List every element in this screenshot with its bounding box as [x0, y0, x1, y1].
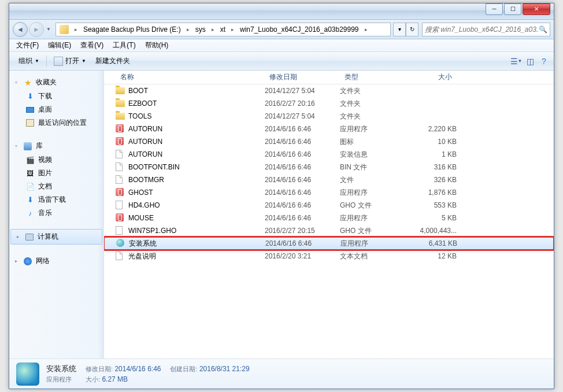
column-date[interactable]: 修改日期	[265, 72, 340, 82]
drive-icon	[60, 25, 69, 34]
file-row[interactable]: 安装系统2014/6/16 6:46应用程序6,431 KB	[104, 237, 554, 250]
file-row[interactable]: BOOTFONT.BIN2014/6/16 6:46BIN 文件316 KB	[104, 161, 554, 173]
history-dropdown-icon[interactable]: ▼	[46, 27, 51, 32]
maximize-button[interactable]: ☐	[504, 3, 521, 15]
menu-help[interactable]: 帮助(H)	[140, 39, 173, 51]
file-date: 2016/2/27 20:16	[265, 99, 340, 108]
details-text: 安装系统 修改日期: 2014/6/16 6:46 创建日期: 2016/8/3…	[46, 364, 259, 384]
file-type: 文件	[340, 175, 405, 185]
nav-arrows: ◄ ► ▼	[13, 22, 51, 37]
file-row[interactable]: BOOT2014/12/27 5:04文件夹	[104, 84, 554, 97]
sidebar-item-recent[interactable]: 最近访问的位置	[9, 116, 103, 130]
chevron-right-icon[interactable]: ▸	[183, 27, 193, 32]
sidebar-item-downloads[interactable]: ⬇下载	[9, 90, 103, 103]
breadcrumb-segment[interactable]: Seagate Backup Plus Drive (E:)	[81, 25, 183, 34]
details-pane: 安装系统 修改日期: 2014/6/16 6:46 创建日期: 2016/8/3…	[9, 358, 554, 389]
breadcrumb-segment[interactable]: win7_Luobo_x64CJ_2016_a03b29999	[238, 25, 361, 34]
document-icon: 📄	[25, 182, 35, 191]
file-name: BOOTMGR	[128, 176, 265, 184]
collapse-icon: ▿	[15, 143, 20, 149]
sidebar-item-documents[interactable]: 📄文档	[9, 180, 103, 193]
collapse-icon: ▿	[15, 80, 20, 85]
search-icon[interactable]: 🔍	[539, 25, 547, 34]
forward-button[interactable]: ►	[29, 22, 44, 37]
help-button[interactable]: ?	[539, 56, 549, 66]
file-type: 应用程序	[340, 188, 405, 198]
address-dropdown-button[interactable]: ▾	[393, 23, 406, 36]
menu-view[interactable]: 查看(V)	[76, 39, 108, 51]
column-name[interactable]: 名称	[116, 72, 265, 82]
search-input[interactable]	[425, 25, 539, 34]
file-row[interactable]: EZBOOT2016/2/27 20:16文件夹	[104, 97, 554, 110]
view-options-button[interactable]: ☰ ▼	[511, 56, 521, 66]
open-button[interactable]: 打开 ▼	[49, 54, 91, 68]
chevron-right-icon[interactable]: ▸	[228, 27, 238, 32]
refresh-button[interactable]: ↻	[406, 23, 418, 36]
file-row[interactable]: MOUSE2014/6/16 6:46应用程序5 KB	[104, 212, 554, 224]
column-type[interactable]: 类型	[340, 72, 405, 82]
file-type: 应用程序	[340, 213, 405, 223]
open-icon	[54, 57, 63, 66]
computer-icon	[25, 232, 34, 242]
file-name: BOOTFONT.BIN	[128, 163, 265, 171]
download-icon: ⬇	[25, 92, 35, 101]
sidebar-item-desktop[interactable]: 桌面	[9, 103, 103, 116]
menu-edit[interactable]: 编辑(E)	[43, 39, 76, 51]
file-type: GHO 文件	[340, 226, 405, 236]
sidebar-favorites[interactable]: ▿★收藏夹	[9, 75, 103, 90]
star-icon: ★	[23, 78, 32, 87]
back-button[interactable]: ◄	[13, 22, 28, 37]
sidebar-item-xunlei[interactable]: ⬇迅雷下载	[9, 193, 103, 206]
new-folder-button[interactable]: 新建文件夹	[91, 54, 135, 68]
file-size: 10 KB	[405, 138, 457, 146]
file-list[interactable]: BOOT2014/12/27 5:04文件夹EZBOOT2016/2/27 20…	[104, 84, 554, 358]
breadcrumb-segment[interactable]: sys	[193, 25, 208, 34]
file-row[interactable]: AUTORUN2014/6/16 6:46安装信息1 KB	[104, 148, 554, 161]
sidebar-computer[interactable]: ▸计算机	[10, 229, 102, 245]
file-row[interactable]: TOOLS2014/12/27 5:04文件夹	[104, 110, 554, 123]
details-filetype: 应用程序	[46, 375, 76, 384]
file-icon	[116, 99, 126, 108]
breadcrumb-segment[interactable]: xt	[218, 25, 228, 34]
minimize-button[interactable]: ─	[486, 3, 503, 15]
file-type: 文件夹	[340, 86, 405, 96]
file-row[interactable]: 光盘说明2016/2/20 3:21文本文档12 KB	[104, 250, 554, 262]
sidebar-item-videos[interactable]: 🎬视频	[9, 153, 103, 167]
file-row[interactable]: AUTORUN2014/6/16 6:46图标10 KB	[104, 135, 554, 148]
file-icon	[116, 86, 126, 95]
file-type: GHO 文件	[340, 201, 405, 210]
sidebar-network[interactable]: ▸网络	[9, 254, 103, 268]
file-row[interactable]: BOOTMGR2014/6/16 6:46文件326 KB	[104, 173, 554, 186]
window-controls: ─ ☐ ✕	[486, 3, 554, 15]
menu-file[interactable]: 文件(F)	[12, 39, 43, 51]
column-headers: 名称 修改日期 类型 大小	[104, 71, 554, 84]
file-name: TOOLS	[128, 112, 265, 120]
file-name: AUTORUN	[128, 138, 265, 146]
file-date: 2014/12/27 5:04	[265, 112, 340, 120]
file-icon	[116, 162, 126, 172]
file-row[interactable]: HD4.GHO2014/6/16 6:46GHO 文件553 KB	[104, 199, 554, 212]
file-date: 2014/6/16 6:46	[265, 125, 340, 133]
column-size[interactable]: 大小	[405, 72, 457, 82]
file-icon	[116, 175, 126, 184]
organize-button[interactable]: 组织 ▼	[14, 54, 44, 68]
file-row[interactable]: GHOST2014/6/16 6:46应用程序1,876 KB	[104, 186, 554, 199]
sidebar-libraries[interactable]: ▿库	[9, 139, 103, 153]
chevron-right-icon[interactable]: ▸	[361, 27, 371, 32]
close-button[interactable]: ✕	[523, 3, 550, 15]
file-size: 1,876 KB	[405, 188, 457, 197]
menu-tools[interactable]: 工具(T)	[108, 39, 140, 51]
file-row[interactable]: WIN7SP1.GHO2016/2/27 20:15GHO 文件4,000,44…	[104, 224, 554, 237]
file-row[interactable]: AUTORUN2014/6/16 6:46应用程序2,220 KB	[104, 123, 554, 135]
picture-icon: 🖼	[25, 169, 35, 178]
breadcrumb[interactable]: ▸ Seagate Backup Plus Drive (E:) ▸ sys ▸…	[55, 23, 391, 36]
library-icon	[23, 142, 32, 151]
sidebar-item-pictures[interactable]: 🖼图片	[9, 167, 103, 180]
file-type: 应用程序	[340, 124, 405, 134]
chevron-right-icon[interactable]: ▸	[71, 27, 81, 32]
chevron-right-icon[interactable]: ▸	[208, 27, 218, 32]
sidebar-item-music[interactable]: ♪音乐	[9, 206, 103, 220]
preview-pane-button[interactable]: ◫	[525, 56, 535, 66]
file-type: 文件夹	[340, 112, 405, 121]
search-box[interactable]: 🔍	[422, 23, 550, 36]
